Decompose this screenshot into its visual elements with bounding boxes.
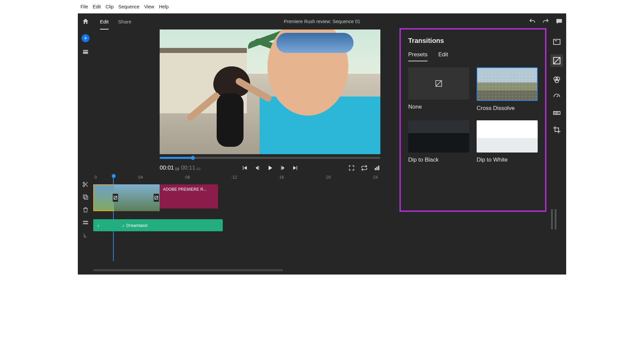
music-icon: ♪ <box>122 223 124 228</box>
add-media-button[interactable]: + <box>82 34 90 42</box>
color-tool-icon[interactable] <box>552 75 561 84</box>
video-clip-2[interactable] <box>114 184 160 211</box>
audio-clip[interactable]: ♪ ♪ Dreamland <box>93 219 223 231</box>
menu-help[interactable]: Help <box>158 3 169 10</box>
audio-clip-label: Dreamland <box>126 223 148 228</box>
thumb-cross-dissolve <box>477 67 538 101</box>
svg-point-3 <box>83 185 85 187</box>
menu-file[interactable]: File <box>80 3 89 10</box>
title-clip[interactable]: ADOBE PREMIERE R... <box>160 184 218 208</box>
os-menubar: File Edit Clip Sequence View Help <box>78 0 566 13</box>
transition-none[interactable]: None <box>408 67 469 112</box>
title-clip-label: ADOBE PREMIERE R... <box>163 187 207 192</box>
menu-clip[interactable]: Clip <box>105 3 114 10</box>
svg-rect-11 <box>436 80 441 86</box>
home-icon <box>82 18 89 25</box>
crop-tool-icon[interactable] <box>552 125 561 134</box>
label-dip-white: Dip to White <box>477 157 538 163</box>
svg-rect-17 <box>553 112 560 115</box>
project-title: Premiere Rush review: Sequence 01 <box>284 19 360 24</box>
ruler-mark: :16 <box>278 175 284 180</box>
ruler-mark: :24 <box>372 175 378 180</box>
audio-tool-icon[interactable] <box>552 109 561 117</box>
svg-rect-6 <box>83 221 88 222</box>
tab-share[interactable]: Share <box>113 13 136 29</box>
timeline-scrollbar[interactable] <box>93 269 283 271</box>
music-icon: ♪ <box>93 223 103 228</box>
thumb-dip-black <box>408 120 469 153</box>
ruler-mark: :12 <box>231 175 237 180</box>
svg-rect-8 <box>375 168 376 170</box>
loop-icon[interactable] <box>361 165 368 171</box>
speed-tool-icon[interactable] <box>552 92 561 101</box>
right-tool-rail <box>547 29 566 275</box>
go-start-icon[interactable] <box>241 165 248 171</box>
time-duration: 00:11 <box>181 165 196 171</box>
track-height-icon[interactable] <box>82 232 89 239</box>
left-toolbar: + <box>78 29 93 275</box>
svg-point-15 <box>556 77 560 80</box>
transitions-tool-icon[interactable] <box>550 54 563 67</box>
titles-tool-icon[interactable] <box>552 38 561 46</box>
menu-edit[interactable]: Edit <box>92 3 102 10</box>
svg-rect-10 <box>378 166 379 170</box>
tab-edit[interactable]: Edit <box>95 13 113 29</box>
timeline[interactable]: 0 :04 :08 :12 :16 :20 :24 ADO <box>93 174 445 275</box>
video-track[interactable]: ADOBE PREMIERE R... <box>93 184 445 211</box>
svg-rect-19 <box>155 196 158 199</box>
app-header: Edit Share Premiere Rush review: Sequenc… <box>78 13 566 29</box>
svg-point-2 <box>83 182 85 184</box>
svg-rect-9 <box>376 167 377 170</box>
chat-icon[interactable] <box>555 18 563 25</box>
video-clip-1[interactable] <box>93 184 114 211</box>
transition-dip-to-white[interactable]: Dip to White <box>477 120 538 163</box>
step-fwd-icon[interactable] <box>279 165 286 171</box>
thumb-dip-white <box>477 120 538 153</box>
menu-view[interactable]: View <box>144 3 155 10</box>
scrub-handle[interactable] <box>191 156 195 160</box>
time-current: 00:01 <box>160 165 174 171</box>
thumb-none <box>408 67 469 100</box>
play-icon[interactable] <box>267 165 273 171</box>
scissors-icon[interactable] <box>82 181 89 188</box>
video-preview: 00:01 19 00:11 00 <box>160 29 380 174</box>
svg-rect-0 <box>83 50 88 51</box>
trash-icon[interactable] <box>82 206 89 213</box>
levels-icon[interactable] <box>374 165 380 171</box>
go-end-icon[interactable] <box>292 165 299 171</box>
ruler-mark: 0 <box>95 175 97 180</box>
svg-rect-5 <box>85 196 88 199</box>
step-back-icon[interactable] <box>254 165 261 171</box>
svg-rect-1 <box>83 52 88 54</box>
label-dip-black: Dip to Black <box>408 157 469 163</box>
home-button[interactable] <box>78 18 93 25</box>
undo-icon[interactable] <box>529 18 536 25</box>
transition-badge-icon[interactable] <box>113 194 118 202</box>
audio-meter <box>550 209 560 229</box>
tracks-toggle-icon[interactable] <box>82 219 89 226</box>
panel-tab-presets[interactable]: Presets <box>408 51 428 61</box>
duplicate-icon[interactable] <box>82 194 89 200</box>
transition-badge-icon[interactable] <box>154 194 159 202</box>
svg-rect-13 <box>553 57 560 64</box>
transition-dip-to-black[interactable]: Dip to Black <box>408 120 469 163</box>
transition-cross-dissolve[interactable]: Cross Dissolve <box>477 67 538 112</box>
project-panel-icon[interactable] <box>82 48 89 55</box>
menu-sequence[interactable]: Sequence <box>118 3 140 10</box>
ruler-mark: :20 <box>325 175 331 180</box>
video-frame[interactable] <box>160 29 380 154</box>
panel-tab-edit[interactable]: Edit <box>438 51 448 61</box>
svg-rect-18 <box>114 196 117 199</box>
svg-rect-4 <box>83 195 87 198</box>
time-ruler[interactable]: 0 :04 :08 :12 :16 :20 :24 <box>93 174 445 182</box>
ruler-mark: :08 <box>184 175 190 180</box>
svg-rect-12 <box>553 39 560 44</box>
fullscreen-icon[interactable] <box>348 165 355 171</box>
time-duration-frames: 00 <box>196 167 200 171</box>
redo-icon[interactable] <box>542 18 549 25</box>
label-cross-dissolve: Cross Dissolve <box>477 105 538 112</box>
label-none: None <box>408 104 469 110</box>
scrub-bar[interactable] <box>160 157 380 159</box>
playhead-handle[interactable] <box>112 174 116 178</box>
svg-rect-7 <box>83 223 88 224</box>
